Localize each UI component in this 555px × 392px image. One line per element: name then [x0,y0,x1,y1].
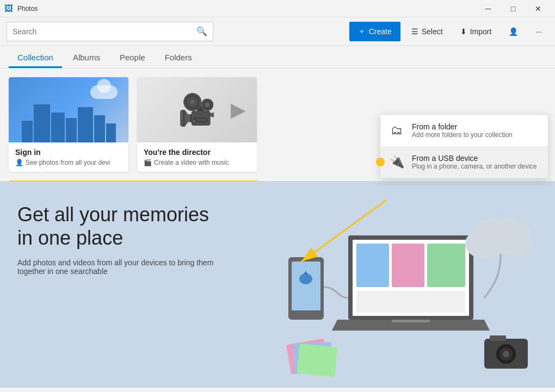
phone-bird-body [299,273,312,284]
search-box[interactable]: 🔍 [7,22,213,41]
camera-lens-glass [503,351,509,357]
director-card[interactable]: 🎥 ▶ You're the director 🎬 Create a video… [137,77,257,172]
folder-icon: 🗂 [389,123,404,138]
close-button[interactable]: ✕ [526,0,551,17]
import-label: Import [470,27,492,36]
more-button[interactable]: ··· [529,22,548,41]
building7 [106,123,116,142]
building1 [22,121,33,142]
select-label: Select [422,27,443,36]
director-card-subtitle-text: Create a video with music [154,159,229,166]
select-icon: ☰ [411,27,418,36]
director-card-image: 🎥 ▶ [137,77,257,142]
video-small-icon: 🎬 [144,159,152,166]
window-controls: ─ □ ✕ [476,0,551,17]
tab-albums[interactable]: Albums [64,48,109,68]
screen-bottom [356,291,465,313]
usb-dropdown-icon: 🔌 [389,155,404,169]
dropdown-folder-title: From a folder [412,122,513,131]
building3 [51,113,65,142]
title-bar: 🖼 Photos ─ □ ✕ [0,0,555,17]
building2 [34,104,50,142]
more-icon: ··· [535,27,542,36]
cloud-icon [90,85,118,99]
create-icon: ＋ [358,27,366,36]
screen-photo1 [356,244,389,287]
film-reel-icon: 🎥 [178,92,216,128]
tab-collection[interactable]: Collection [9,48,62,68]
building4 [66,118,77,142]
laptop-hinge [392,320,430,322]
person-small-icon: 👤 [15,159,23,166]
director-card-body: You're the director 🎬 Create a video wit… [137,142,257,172]
dropdown-folder-subtitle: Add more folders to your collection [412,131,513,139]
maximize-button[interactable]: □ [501,0,526,17]
cable-phone-laptop [324,287,348,298]
create-label: Create [369,27,392,36]
create-button[interactable]: ＋ Create [349,22,400,41]
city-buildings [22,104,116,142]
dropdown-folder-texts: From a folder Add more folders to your c… [412,122,513,139]
import-icon: ⬇ [460,27,467,36]
yellow-dot [376,158,385,166]
dropdown-usb-title: From a USB device [412,154,536,163]
screen-photo3 [427,244,465,287]
toolbar: 🔍 ＋ Create ☰ Select ⬇ Import 👤 ··· [0,17,555,46]
building5 [78,107,93,142]
dropdown-from-folder[interactable]: 🗂 From a folder Add more folders to your… [380,115,548,146]
building6 [94,115,105,142]
bottom-section: Get all your memories in one place Add p… [0,181,555,388]
devices-svg [261,203,555,388]
dropdown-menu: 🗂 From a folder Add more folders to your… [380,114,548,178]
signin-card-title: Sign in [15,148,122,157]
director-illustration: 🎥 ▶ [137,77,257,142]
signin-card[interactable]: Sign in 👤 See photos from all your devi [9,77,128,172]
search-input[interactable] [13,27,192,36]
app-title: Photos [17,5,38,13]
signin-card-body: Sign in 👤 See photos from all your devi [9,142,128,172]
signin-card-subtitle: 👤 See photos from all your devi [15,159,122,166]
screen-photo2 [392,244,424,287]
person-icon: 👤 [509,27,518,36]
photos-icon: 🖼 [4,4,13,14]
bottom-heading: Get all your memories in one place [17,203,224,250]
camera-top [490,335,506,341]
main-content: Sign in 👤 See photos from all your devi … [0,69,555,388]
person-button[interactable]: 👤 [502,22,525,41]
dropdown-usb-texts: From a USB device Plug in a phone, camer… [412,154,536,170]
phone-left-screen [292,262,320,310]
director-card-title: You're the director [144,148,250,157]
signin-card-subtitle-text: See photos from all your devi [26,159,110,166]
nav-tabs: Collection Albums People Folders [0,46,555,69]
photo3 [297,344,338,377]
devices-illustration [261,203,555,388]
film-play-icon: ▶ [231,98,246,121]
import-button[interactable]: ⬇ Import [454,22,498,41]
cloud-right [501,230,533,257]
tab-people[interactable]: People [111,48,154,68]
signin-card-image [9,77,128,142]
search-icon: 🔍 [196,26,207,36]
signin-illustration [9,77,128,142]
bottom-text: Get all your memories in one place Add p… [17,203,224,276]
director-card-subtitle: 🎬 Create a video with music [144,159,250,166]
bottom-description: Add photos and videos from all your devi… [17,258,224,276]
dropdown-usb-subtitle: Plug in a phone, camera, or another devi… [412,163,536,170]
dropdown-from-usb[interactable]: 🔌 From a USB device Plug in a phone, cam… [380,146,548,178]
title-bar-left: 🖼 Photos [4,4,38,14]
tab-folders[interactable]: Folders [156,48,201,68]
cable-cloud-laptop [484,254,501,298]
cloud-left [465,228,503,259]
select-button[interactable]: ☰ Select [405,22,449,41]
minimize-button[interactable]: ─ [476,0,501,17]
